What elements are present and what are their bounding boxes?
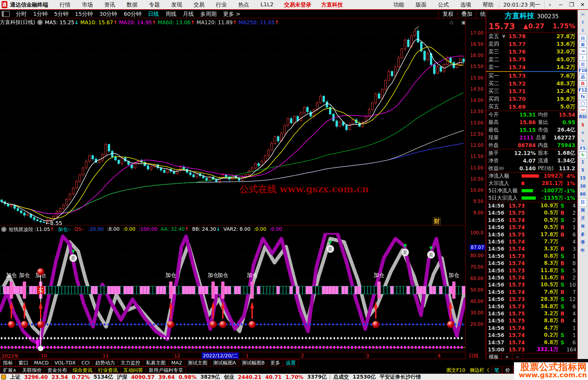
menu-item-资讯[interactable]: 资讯 [99, 1, 121, 8]
strip-icon-fx[interactable]: fx [579, 93, 587, 100]
tab-私募主图[interactable]: 私募主图 [143, 359, 169, 366]
market-icon[interactable] [1, 375, 6, 379]
ext-tab-关联报价[interactable]: 关联报价 [19, 366, 45, 374]
template-cell-模板[interactable]: 模板 [486, 353, 502, 360]
menu-item-选项[interactable]: 选项 [455, 1, 477, 8]
strip-icon-1[interactable]: 1 [578, 158, 587, 166]
tab-CCI[interactable]: CCI [79, 359, 93, 366]
strip-icon-↻[interactable]: ↻ [579, 152, 587, 158]
strip-icon-F5[interactable]: F5 [579, 145, 587, 152]
ext-tab-综合资讯[interactable]: 综合资讯 [70, 366, 95, 374]
strip-icon-年[interactable]: 年 [578, 247, 587, 255]
indicator-chart[interactable]: 加仓加仓加仓加仓加仓加仓加仓加仓加仓买卖卖卖卖 [0, 233, 465, 352]
period-tab-更多 >[interactable]: 更多 > [220, 10, 244, 18]
timeline-label-11[interactable]: 11 [101, 353, 109, 358]
tab-设置[interactable]: 设置 [283, 359, 299, 366]
strip-icon-◯[interactable]: ◯ [579, 100, 587, 107]
period-tab-15分钟[interactable]: 15分钟 [72, 10, 96, 18]
ext-tab-新用户福利专享[interactable]: 新用户福利专享 [146, 366, 186, 374]
strip-icon-▦[interactable]: ▦ [579, 41, 587, 48]
tick-list[interactable]: 14:5615.7310.9万S414:5615.750.5万B214:5615… [486, 202, 577, 353]
toolbar-button-复权[interactable]: 复权 [439, 10, 457, 18]
ext-tab-互动问答[interactable]: 互动问答 [121, 366, 146, 374]
strip-icon-▤[interactable]: ▤ [579, 35, 587, 41]
strip-icon-⇩[interactable]: ⇩ [578, 26, 587, 35]
menu-item-L1L2[interactable]: L1L2 [255, 1, 279, 8]
timeline-label-12[interactable]: 12 [173, 353, 180, 358]
stock-name[interactable]: 方直科技 [505, 11, 534, 21]
strip-icon-月[interactable]: 月 [578, 214, 587, 223]
login-status[interactable]: 交易未登录 [279, 1, 316, 8]
template-cell-＋[interactable]: ＋ [502, 353, 512, 360]
strip-icon-RSI[interactable]: RSI [578, 113, 587, 121]
menu-item-行情[interactable]: 行情 [54, 1, 76, 8]
strip-icon-S[interactable]: S [578, 121, 587, 129]
strip-icon-⇦[interactable]: ⇦ [578, 10, 587, 19]
back-button[interactable]: ‹ [544, 1, 555, 8]
template-cell-－[interactable]: － [512, 353, 523, 360]
strip-icon-周[interactable]: 周 [578, 206, 587, 215]
toolbar-button-叠加[interactable]: 叠加 [457, 10, 476, 18]
menu-item-专题[interactable]: 专题 [143, 1, 166, 8]
ext-tab-扩展∧[interactable]: 扩展∧ [0, 366, 19, 374]
tab-MA2[interactable]: MA2 [169, 359, 185, 366]
period-tab-30分钟[interactable]: 30分钟 [96, 10, 120, 18]
period-tab-5分钟[interactable]: 5分钟 [51, 10, 72, 18]
strip-icon-多[interactable]: 多 [578, 230, 587, 239]
ext-tab-资金分布[interactable]: 资金分布 [45, 366, 70, 374]
menu-item-交易[interactable]: 交易 [188, 1, 210, 8]
tool-图文F10[interactable]: 图文F10 [444, 366, 467, 374]
period-tab-分时[interactable]: 分时 [13, 10, 30, 18]
strip-icon-60[interactable]: 60 [578, 190, 587, 199]
timeline-date-highlight[interactable]: 2022/12/20/二 [202, 352, 239, 359]
timeline-label-2[interactable]: 2 [300, 353, 304, 358]
tool-价[interactable]: 价 [502, 366, 513, 374]
strip-icon-5[interactable]: 5 [578, 166, 587, 174]
period-tab-日线[interactable]: 日线 [145, 10, 162, 18]
strip-icon-✛[interactable]: ✛ [578, 129, 587, 137]
timeline-label-1[interactable]: 1 [244, 353, 249, 358]
ext-tab-行业资讯[interactable]: 行业资讯 [95, 366, 121, 374]
tab-VOL-TDX[interactable]: VOL-TDX [52, 359, 79, 366]
tab-指标[interactable]: 指标 [0, 359, 16, 366]
timeline-label-4[interactable]: 4 [436, 353, 440, 358]
timeline-label-3[interactable]: 3 [365, 353, 369, 358]
timeline-label-2022年[interactable]: 2022年 [1, 353, 19, 359]
strip-icon-▥[interactable]: ▥ [579, 61, 587, 67]
timeline[interactable]: 2022年10111212342022/12/20/二 [0, 352, 465, 359]
strip-icon-15[interactable]: 15 [578, 174, 587, 183]
strip-icon-品[interactable]: 品 [579, 74, 587, 80]
tool-侧边栏《[interactable]: 侧边栏《 [467, 366, 491, 374]
tab-测试幅图B[interactable]: 测试幅图B [239, 359, 268, 366]
tab-测试主图[interactable]: 测试主图 [185, 359, 210, 366]
tab-MACD[interactable]: MACD [31, 359, 52, 366]
indicator-collapse-icon[interactable]: v [1, 227, 7, 232]
tab-趋势动力[interactable]: 趋势动力 [93, 359, 118, 366]
tab-主力监控[interactable]: 主力监控 [118, 359, 143, 366]
strip-icon-30[interactable]: 30 [578, 182, 587, 190]
strip-icon-⇧[interactable]: ⇧ [578, 19, 587, 27]
period-tab-60分钟[interactable]: 60分钟 [120, 10, 145, 18]
timeline-label-10[interactable]: 10 [39, 353, 47, 358]
tab-测试幅图A[interactable]: 测试幅图A [210, 359, 239, 366]
strip-icon-F12[interactable]: F12 [579, 87, 587, 93]
cai-badge[interactable]: 财 [433, 217, 441, 225]
strip-icon-↝[interactable]: ↝ [579, 48, 587, 54]
candlestick-chart[interactable]: 17.17←8.55 [0, 26, 465, 225]
strip-icon-♯[interactable]: ♯ [579, 54, 587, 61]
close-button[interactable]: ✕ [577, 1, 588, 8]
menu-item-行业[interactable]: 行业 [210, 1, 232, 8]
collapse-icon[interactable]: v [37, 20, 43, 25]
menu-item-帮助[interactable]: 帮助 [477, 1, 499, 8]
tab-窗口[interactable]: 窗口 [16, 359, 31, 366]
strip-icon-N[interactable]: N [578, 223, 587, 231]
menu-item-市场[interactable]: 市场 [76, 1, 99, 8]
period-tab-1分钟[interactable]: 1分钟 [30, 10, 51, 18]
strip-icon-自[interactable]: 自 [579, 80, 587, 87]
strip-icon-F10[interactable]: F10 [579, 67, 587, 74]
menu-item-热点[interactable]: 热点 [232, 1, 255, 8]
menu-item-功能[interactable]: 功能 [388, 1, 410, 8]
menu-item-发现[interactable]: 发现 [166, 1, 188, 8]
strip-icon-日[interactable]: 日 [579, 198, 587, 206]
period-tab-周线[interactable]: 周线 [162, 10, 180, 18]
